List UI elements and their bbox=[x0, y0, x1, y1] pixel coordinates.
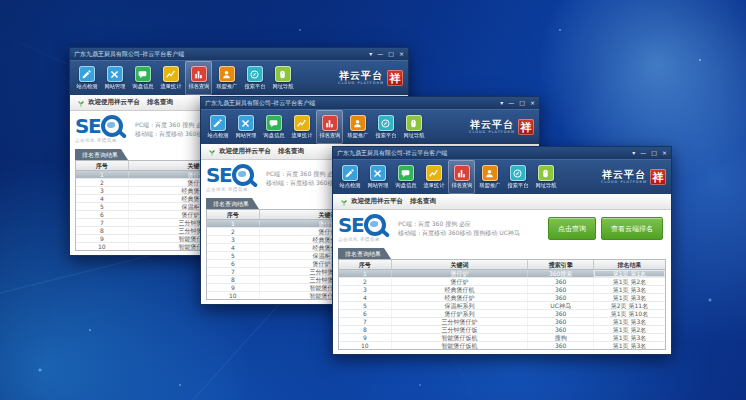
toolbar-item-alliance-promo[interactable]: 联盟推广 bbox=[476, 160, 503, 194]
toolbar-item-traffic-stats[interactable]: 流量统计 bbox=[288, 110, 315, 144]
alliance-people-icon bbox=[219, 66, 235, 82]
section-title: 排名查询 bbox=[278, 148, 304, 155]
seo-logo-text: SE bbox=[75, 116, 100, 136]
header-cell-index: 序号 bbox=[207, 210, 260, 219]
maximize-button[interactable]: □ bbox=[519, 100, 525, 106]
toolbar-item-traffic-stats[interactable]: 流量统计 bbox=[157, 61, 184, 95]
table-row[interactable]: 8三分钟煲仔饭360第1页 第2名 bbox=[339, 326, 665, 334]
search-platform-compass-icon bbox=[247, 66, 263, 82]
table-row[interactable]: 10智能煲仔饭机360第1页 第3名 bbox=[339, 342, 665, 349]
maximize-button[interactable]: □ bbox=[651, 150, 657, 156]
alliance-people-icon bbox=[482, 165, 498, 181]
skin-button[interactable]: ▾ bbox=[632, 150, 635, 156]
toolbar-item-search-platform[interactable]: 搜索平台 bbox=[504, 160, 531, 194]
toolbar-item-site-manage[interactable]: 网站管理 bbox=[101, 61, 128, 95]
cell-engine: 360 bbox=[528, 326, 594, 333]
content-area: SE 点击优化 变得简单 PC端：百度 360 搜狗 必应 移动端：百度移动 3… bbox=[333, 210, 671, 354]
toolbar-item-inquiry[interactable]: 询盘信息 bbox=[260, 110, 287, 144]
tab-ranking-results[interactable]: 排名查询结果 bbox=[75, 149, 128, 160]
cell-engine: UC神马 bbox=[528, 302, 594, 309]
toolbar-item-label: 联盟推广 bbox=[216, 84, 237, 89]
tab-ranking-results[interactable]: 排名查询结果 bbox=[338, 248, 391, 259]
seo-logo: SE 点击优化 变得简单 bbox=[206, 164, 254, 193]
titlebar[interactable]: 广东九鼎王厨具有限公司-祥云平台客户端 ▾ — □ × bbox=[333, 147, 671, 159]
toolbar-item-site-check[interactable]: 站点检测 bbox=[73, 61, 100, 95]
minimize-button[interactable]: — bbox=[508, 100, 514, 106]
toolbar-item-inquiry[interactable]: 询盘信息 bbox=[129, 61, 156, 95]
close-button[interactable]: × bbox=[662, 150, 667, 156]
minimize-button[interactable]: — bbox=[377, 51, 383, 57]
cell-index: 8 bbox=[339, 326, 392, 333]
toolbar-item-site-check[interactable]: 站点检测 bbox=[336, 160, 363, 194]
table-row[interactable]: 5保温柜系列UC神马第2页 第11名 bbox=[339, 302, 665, 310]
skin-button[interactable]: ▾ bbox=[369, 51, 372, 57]
table-row[interactable]: 4经典煲仔炉360第1页 第3名 bbox=[339, 294, 665, 302]
minimize-button[interactable]: — bbox=[640, 150, 646, 156]
table-row[interactable]: 1煲仔炉360搜索第1页 第1名 bbox=[339, 270, 665, 278]
toolbar-item-site-nav[interactable]: 网址导航 bbox=[400, 110, 427, 144]
toolbar-item-ranking-query[interactable]: 排名查询 bbox=[316, 110, 343, 144]
cell-rank: 第1页 第3名 bbox=[594, 286, 665, 293]
view-cloud-ranking-button[interactable]: 查看云端排名 bbox=[601, 217, 663, 240]
toolbar-item-site-manage[interactable]: 网站管理 bbox=[364, 160, 391, 194]
toolbar-item-label: 流量统计 bbox=[291, 133, 312, 138]
table-row[interactable]: 2煲仔炉360第1页 第2名 bbox=[339, 278, 665, 286]
header-cell-rank: 排名结果 bbox=[594, 260, 665, 269]
table-row[interactable]: 3经典煲仔机360第1页 第3名 bbox=[339, 286, 665, 294]
table-row[interactable]: 9智能煲仔饭机搜狗第1页 第3名 bbox=[339, 334, 665, 342]
toolbar-item-inquiry[interactable]: 询盘信息 bbox=[392, 160, 419, 194]
brand-title: 祥云平台 bbox=[602, 170, 646, 180]
cell-engine: 360 bbox=[528, 318, 594, 325]
traffic-chart-icon bbox=[163, 66, 179, 82]
toolbar-item-ranking-query[interactable]: 排名查询 bbox=[185, 61, 212, 95]
cell-keyword: 三分钟煲仔饭 bbox=[392, 326, 529, 333]
toolbar-item-alliance-promo[interactable]: 联盟推广 bbox=[213, 61, 240, 95]
skin-button[interactable]: ▾ bbox=[500, 100, 503, 106]
cell-rank: 第1页 第3名 bbox=[594, 318, 665, 325]
titlebar[interactable]: 广东九鼎王厨具有限公司-祥云平台客户端 ▾ — □ × bbox=[201, 97, 539, 109]
seo-logo: SE 点击优化 变得简单 bbox=[338, 214, 386, 243]
toolbar-item-label: 网址导航 bbox=[535, 183, 556, 188]
brand-title: 祥云平台 bbox=[339, 71, 383, 81]
traffic-chart-icon bbox=[294, 115, 310, 131]
toolbar-item-label: 排名查询 bbox=[188, 84, 209, 89]
toolbar-item-site-manage[interactable]: 网站管理 bbox=[232, 110, 259, 144]
query-button[interactable]: 点击查询 bbox=[548, 217, 596, 240]
close-button[interactable]: × bbox=[399, 51, 404, 57]
cell-keyword: 智能煲仔饭机 bbox=[392, 342, 529, 349]
site-manage-icon bbox=[238, 115, 254, 131]
toolbar-item-label: 网站管理 bbox=[104, 84, 125, 89]
seo-logo-text: SE bbox=[338, 215, 363, 235]
cell-index: 6 bbox=[339, 310, 392, 317]
toolbar-item-ranking-query[interactable]: 排名查询 bbox=[448, 160, 475, 194]
titlebar[interactable]: 广东九鼎王厨具有限公司-祥云平台客户端 ▾ — □ × bbox=[70, 48, 408, 60]
welcome-text: 欢迎使用祥云平台 bbox=[351, 198, 403, 205]
toolbar-item-site-nav[interactable]: 网址导航 bbox=[269, 61, 296, 95]
cell-index: 3 bbox=[76, 187, 129, 194]
toolbar-item-label: 询盘信息 bbox=[132, 84, 153, 89]
toolbar-item-label: 排名查询 bbox=[451, 183, 472, 188]
toolbar-item-label: 站点检测 bbox=[76, 84, 97, 89]
toolbar-item-site-check[interactable]: 站点检测 bbox=[204, 110, 231, 144]
cell-keyword: 智能煲仔饭机 bbox=[392, 334, 529, 341]
maximize-button[interactable]: □ bbox=[388, 51, 394, 57]
toolbar-item-label: 站点检测 bbox=[339, 183, 360, 188]
cell-engine: 360 bbox=[528, 310, 594, 317]
toolbar-item-traffic-stats[interactable]: 流量统计 bbox=[420, 160, 447, 194]
magnifier-icon bbox=[101, 115, 123, 137]
cell-index: 1 bbox=[207, 220, 260, 227]
table-row[interactable]: 6煲仔炉系列360第1页 第10名 bbox=[339, 310, 665, 318]
sprout-icon bbox=[77, 99, 85, 107]
toolbar-item-label: 排名查询 bbox=[319, 133, 340, 138]
brand-subtitle: CLOUD PLATFORM bbox=[338, 82, 384, 86]
toolbar-item-label: 询盘信息 bbox=[395, 183, 416, 188]
tab-ranking-results[interactable]: 排名查询结果 bbox=[206, 198, 259, 209]
action-buttons: 点击查询 查看云端排名 bbox=[548, 217, 666, 240]
toolbar-item-search-platform[interactable]: 搜索平台 bbox=[372, 110, 399, 144]
close-button[interactable]: × bbox=[530, 100, 535, 106]
toolbar-item-alliance-promo[interactable]: 联盟推广 bbox=[344, 110, 371, 144]
table-row[interactable]: 7三分钟煲仔炉360第1页 第3名 bbox=[339, 318, 665, 326]
toolbar-item-search-platform[interactable]: 搜索平台 bbox=[241, 61, 268, 95]
toolbar-item-site-nav[interactable]: 网址导航 bbox=[532, 160, 559, 194]
header-cell-keyword: 关键词 bbox=[392, 260, 529, 269]
